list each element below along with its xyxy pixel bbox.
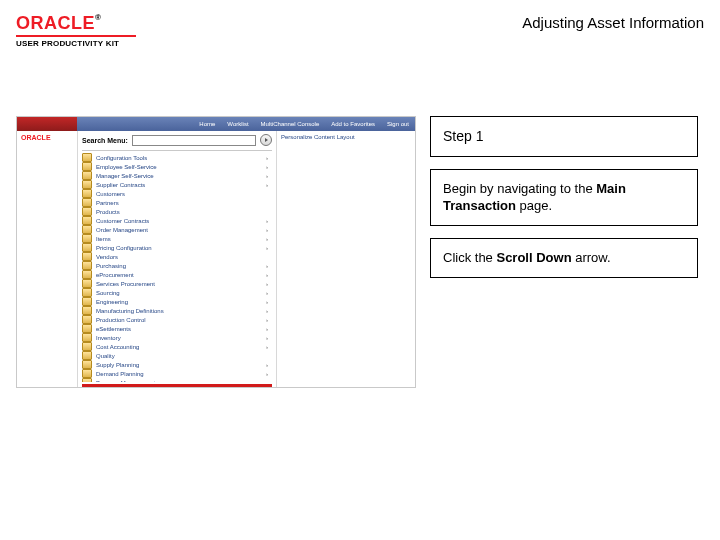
menu-item[interactable]: Vendors› xyxy=(82,252,272,261)
menu-item[interactable]: eSettlements› xyxy=(82,324,272,333)
app-left-strip: ORACLE xyxy=(17,131,78,387)
folder-icon xyxy=(82,270,92,279)
menu-item[interactable]: Supply Planning› xyxy=(82,360,272,369)
chevron-right-icon: › xyxy=(266,218,268,224)
instruction-panel: Step 1 Begin by navigating to the Main T… xyxy=(430,116,698,290)
logo-subtitle: USER PRODUCTIVITY KIT xyxy=(16,39,136,48)
folder-icon xyxy=(82,297,92,306)
search-input[interactable] xyxy=(132,135,256,146)
menu-item-label: Manager Self-Service xyxy=(96,173,262,179)
menu-item-label: eProcurement xyxy=(96,272,262,278)
chevron-right-icon: › xyxy=(266,326,268,332)
menu-item[interactable]: Partners› xyxy=(82,198,272,207)
folder-icon xyxy=(82,225,92,234)
folder-icon xyxy=(82,171,92,180)
menu-item[interactable]: Production Control› xyxy=(82,315,272,324)
personalize-link[interactable]: Personalize Content Layout xyxy=(281,134,411,140)
folder-icon xyxy=(82,216,92,225)
menu-item[interactable]: Inventory› xyxy=(82,333,272,342)
chevron-right-icon: › xyxy=(266,272,268,278)
menu-item[interactable]: Purchasing› xyxy=(82,261,272,270)
menu-item-label: Purchasing xyxy=(96,263,262,269)
menu-item[interactable]: Cost Accounting› xyxy=(82,342,272,351)
menu-item-label: Inventory xyxy=(96,335,262,341)
step-label: Step 1 xyxy=(443,128,483,144)
chevron-right-icon: › xyxy=(266,182,268,188)
folder-icon xyxy=(82,369,92,378)
menu-item[interactable]: Services Procurement› xyxy=(82,279,272,288)
chevron-right-icon: › xyxy=(266,164,268,170)
folder-icon xyxy=(82,207,92,216)
instr2-bold: Scroll Down xyxy=(496,250,571,265)
menu-column: Search Menu: Configuration Tools›Employe… xyxy=(78,131,276,387)
topbar-brand-strip xyxy=(17,117,77,131)
menu-item[interactable]: Items› xyxy=(82,234,272,243)
logo-tm: ® xyxy=(95,13,101,22)
app-topbar: Home Worklist MultiChannel Console Add t… xyxy=(17,117,415,131)
menu-item-label: Program Management xyxy=(96,380,262,383)
menu-item[interactable]: Manager Self-Service› xyxy=(82,171,272,180)
menu-item-label: eSettlements xyxy=(96,326,262,332)
menu-item[interactable]: Customer Contracts› xyxy=(82,216,272,225)
menu-item[interactable]: Manufacturing Definitions› xyxy=(82,306,272,315)
chevron-right-icon: › xyxy=(266,155,268,161)
folder-icon xyxy=(82,342,92,351)
chevron-right-icon: › xyxy=(266,344,268,350)
chevron-right-icon: › xyxy=(266,245,268,251)
menu-item[interactable]: Configuration Tools› xyxy=(82,153,272,162)
nav-link-worklist[interactable]: Worklist xyxy=(227,121,248,127)
scroll-down-highlight[interactable] xyxy=(82,384,272,387)
nav-link-home[interactable]: Home xyxy=(199,121,215,127)
menu-item[interactable]: Pricing Configuration› xyxy=(82,243,272,252)
app-screenshot: Home Worklist MultiChannel Console Add t… xyxy=(16,116,416,388)
menu-item[interactable]: Sourcing› xyxy=(82,288,272,297)
nav-link-multichannel[interactable]: MultiChannel Console xyxy=(261,121,320,127)
search-go-icon[interactable] xyxy=(260,134,272,146)
menu-item[interactable]: Quality› xyxy=(82,351,272,360)
menu-item[interactable]: eProcurement› xyxy=(82,270,272,279)
folder-icon xyxy=(82,198,92,207)
folder-icon xyxy=(82,243,92,252)
menu-item[interactable]: Supplier Contracts› xyxy=(82,180,272,189)
step-box: Step 1 xyxy=(430,116,698,157)
folder-icon xyxy=(82,234,92,243)
instr1-part-c: page. xyxy=(516,198,552,213)
folder-icon xyxy=(82,324,92,333)
search-label: Search Menu: xyxy=(82,137,128,144)
menu-item[interactable]: Order Management› xyxy=(82,225,272,234)
nav-link-favorites[interactable]: Add to Favorites xyxy=(331,121,375,127)
menu-item[interactable]: Customers› xyxy=(82,189,272,198)
menu-item[interactable]: Employee Self-Service› xyxy=(82,162,272,171)
menu-item-label: Customer Contracts xyxy=(96,218,262,224)
menu-item-label: Production Control xyxy=(96,317,262,323)
folder-icon xyxy=(82,288,92,297)
chevron-right-icon: › xyxy=(266,173,268,179)
oracle-upk-logo: ORACLE® USER PRODUCTIVITY KIT xyxy=(16,14,136,48)
folder-icon xyxy=(82,252,92,261)
folder-icon xyxy=(82,261,92,270)
instr2-part-c: arrow. xyxy=(572,250,611,265)
folder-icon xyxy=(82,162,92,171)
search-row: Search Menu: xyxy=(82,133,272,147)
chevron-right-icon: › xyxy=(266,281,268,287)
chevron-right-icon: › xyxy=(266,380,268,383)
menu-item-label: Engineering xyxy=(96,299,262,305)
menu-item-label: Vendors xyxy=(96,254,262,260)
chevron-right-icon: › xyxy=(266,299,268,305)
chevron-right-icon: › xyxy=(266,335,268,341)
menu-divider xyxy=(82,150,272,151)
folder-icon xyxy=(82,351,92,360)
instr1-part-a: Begin by navigating to the xyxy=(443,181,596,196)
nav-link-signout[interactable]: Sign out xyxy=(387,121,409,127)
menu-item[interactable]: Demand Planning› xyxy=(82,369,272,378)
folder-icon xyxy=(82,189,92,198)
folder-icon xyxy=(82,180,92,189)
menu-item-label: Cost Accounting xyxy=(96,344,262,350)
menu-item[interactable]: Products› xyxy=(82,207,272,216)
chevron-right-icon: › xyxy=(266,290,268,296)
menu-item[interactable]: Engineering› xyxy=(82,297,272,306)
menu-item-label: Configuration Tools xyxy=(96,155,262,161)
chevron-right-icon: › xyxy=(266,263,268,269)
menu-item[interactable]: Program Management› xyxy=(82,378,272,382)
folder-icon xyxy=(82,333,92,342)
